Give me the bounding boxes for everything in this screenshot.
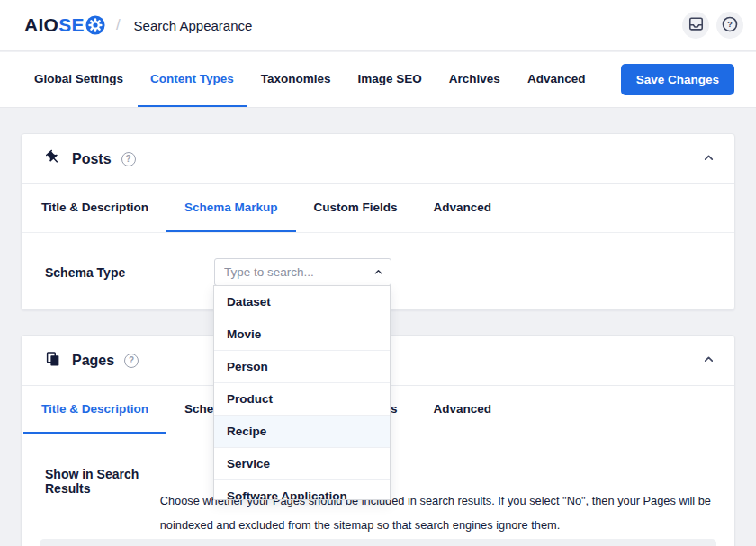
tab-archives[interactable]: Archives bbox=[436, 52, 513, 107]
posts-tab-schema-markup[interactable]: Schema Markup bbox=[166, 184, 296, 232]
dropdown-option-person[interactable]: Person bbox=[214, 351, 390, 383]
schema-type-combobox bbox=[214, 258, 392, 286]
app-header: AIOSE / Search Appearance bbox=[0, 0, 756, 51]
dropdown-option-recipe[interactable]: Recipe bbox=[214, 416, 390, 448]
schema-type-dropdown: Dataset Movie Person Product Recipe Serv… bbox=[213, 285, 391, 500]
schema-type-label: Schema Type bbox=[45, 258, 214, 286]
header-actions: ? bbox=[682, 12, 743, 39]
chevron-up-icon bbox=[703, 152, 715, 166]
main-tabs: Global Settings Content Types Taxonomies… bbox=[22, 52, 598, 107]
tab-image-seo[interactable]: Image SEO bbox=[346, 52, 435, 107]
posts-tab-title-description[interactable]: Title & Description bbox=[23, 184, 166, 232]
posts-card: Posts ? Title & Description Schema Marku… bbox=[21, 133, 735, 310]
pages-tab-advanced[interactable]: Advanced bbox=[416, 386, 510, 434]
pages-collapse-button[interactable] bbox=[703, 354, 715, 368]
posts-card-title: Posts bbox=[72, 151, 112, 167]
dropdown-option-service[interactable]: Service bbox=[214, 448, 390, 480]
posts-subtabs: Title & Description Schema Markup Custom… bbox=[22, 184, 734, 233]
description-line: noindexed and excluded from the sitemap … bbox=[160, 513, 711, 537]
save-changes-button[interactable]: Save Changes bbox=[621, 64, 734, 95]
posts-tab-custom-fields[interactable]: Custom Fields bbox=[296, 184, 416, 232]
notifications-button[interactable] bbox=[682, 12, 709, 39]
posts-collapse-button[interactable] bbox=[703, 152, 715, 166]
posts-card-header: Posts ? bbox=[22, 134, 734, 184]
page-title: Search Appearance bbox=[134, 18, 253, 33]
dropdown-option-movie[interactable]: Movie bbox=[214, 318, 390, 351]
pages-card-title: Pages bbox=[72, 353, 114, 369]
settings-tabbar: Global Settings Content Types Taxonomies… bbox=[0, 52, 756, 108]
tab-advanced[interactable]: Advanced bbox=[515, 52, 598, 107]
dropdown-option-dataset[interactable]: Dataset bbox=[214, 286, 390, 318]
logo-text-se: SE bbox=[58, 14, 85, 36]
svg-text:?: ? bbox=[727, 20, 733, 29]
logo-text-aio: AIO bbox=[24, 14, 58, 36]
logo-gear-icon bbox=[85, 15, 105, 35]
schema-type-row: Schema Type bbox=[22, 233, 734, 286]
dropdown-option-software-application[interactable]: Software Application bbox=[214, 480, 390, 500]
tab-taxonomies[interactable]: Taxonomies bbox=[248, 52, 344, 107]
inbox-icon bbox=[688, 15, 705, 35]
show-in-search-label: Show in Search Results bbox=[45, 467, 160, 537]
breadcrumb-separator: / bbox=[116, 16, 121, 34]
pages-tab-title-description[interactable]: Title & Description bbox=[23, 386, 166, 434]
posts-tab-advanced[interactable]: Advanced bbox=[416, 184, 510, 232]
pushpin-icon bbox=[45, 149, 61, 169]
help-icon: ? bbox=[721, 15, 739, 36]
toggle-group-partial bbox=[40, 539, 716, 546]
chevron-up-icon bbox=[703, 354, 715, 368]
aioseo-logo: AIOSE bbox=[24, 14, 105, 36]
dropdown-option-product[interactable]: Product bbox=[214, 383, 390, 416]
pages-help-icon[interactable]: ? bbox=[124, 354, 139, 368]
tab-global-settings[interactable]: Global Settings bbox=[22, 52, 136, 107]
tab-content-types[interactable]: Content Types bbox=[138, 52, 247, 107]
posts-help-icon[interactable]: ? bbox=[122, 152, 136, 166]
schema-type-search-input[interactable] bbox=[214, 258, 392, 286]
help-button[interactable]: ? bbox=[716, 12, 743, 39]
pages-icon bbox=[45, 351, 61, 371]
